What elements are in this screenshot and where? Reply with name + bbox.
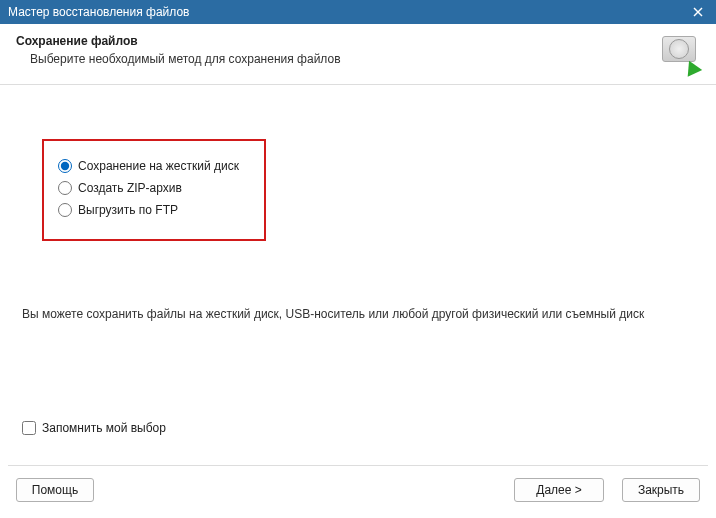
remember-label: Запомнить мой выбор <box>42 421 166 435</box>
save-method-group: Сохранение на жесткий диск Создать ZIP-а… <box>42 139 266 241</box>
method-description: Вы можете сохранить файлы на жесткий дис… <box>22 307 694 321</box>
help-button[interactable]: Помощь <box>16 478 94 502</box>
close-icon <box>693 7 703 17</box>
option-upload-ftp[interactable]: Выгрузить по FTP <box>58 203 250 217</box>
remember-choice-row[interactable]: Запомнить мой выбор <box>22 421 166 435</box>
page-title: Сохранение файлов <box>16 34 341 48</box>
radio-label: Создать ZIP-архив <box>78 181 182 195</box>
radio-save-to-disk[interactable] <box>58 159 72 173</box>
radio-label: Выгрузить по FTP <box>78 203 178 217</box>
button-bar-right: Далее > Закрыть <box>514 478 700 502</box>
radio-upload-ftp[interactable] <box>58 203 72 217</box>
button-bar: Помощь Далее > Закрыть <box>0 466 716 516</box>
next-button[interactable]: Далее > <box>514 478 604 502</box>
window-close-button[interactable] <box>688 2 708 22</box>
radio-label: Сохранение на жесткий диск <box>78 159 239 173</box>
wizard-header-text: Сохранение файлов Выберите необходимый м… <box>16 34 341 66</box>
titlebar: Мастер восстановления файлов <box>0 0 716 24</box>
option-create-zip[interactable]: Создать ZIP-архив <box>58 181 250 195</box>
radio-create-zip[interactable] <box>58 181 72 195</box>
window-title: Мастер восстановления файлов <box>8 5 189 19</box>
wizard-header: Сохранение файлов Выберите необходимый м… <box>0 24 716 85</box>
hard-drive-recovery-icon <box>660 34 700 74</box>
close-button[interactable]: Закрыть <box>622 478 700 502</box>
option-save-to-disk[interactable]: Сохранение на жесткий диск <box>58 159 250 173</box>
remember-checkbox[interactable] <box>22 421 36 435</box>
wizard-content: Сохранение на жесткий диск Создать ZIP-а… <box>0 85 716 465</box>
page-subtitle: Выберите необходимый метод для сохранени… <box>30 52 341 66</box>
